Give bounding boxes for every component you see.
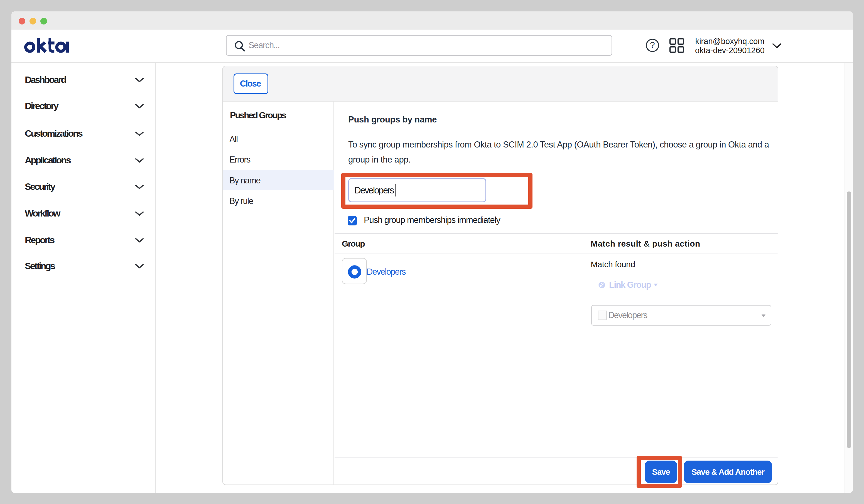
svg-text:?: ? <box>650 40 655 50</box>
